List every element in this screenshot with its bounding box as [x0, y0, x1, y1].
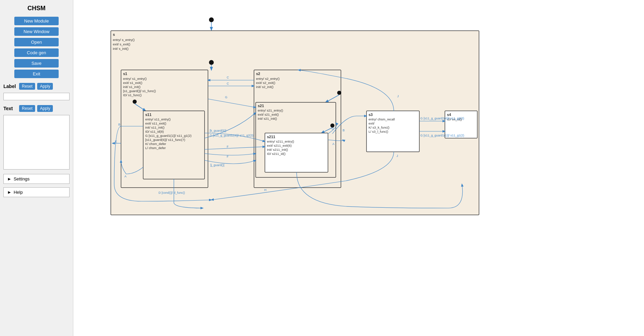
state-s2-init: init/ s2_init()	[256, 85, 273, 89]
state-s211-label: s211	[267, 135, 275, 139]
state-s21-entry: entry/ s21_entry()	[258, 108, 283, 112]
state-s11-init: init/ s11_init()	[145, 126, 165, 129]
state-s-init: init/ s_init()	[113, 47, 129, 50]
state-s211-id: ID/ s211_id()	[267, 152, 285, 156]
state-s211-init: init/ s211_init()	[267, 148, 288, 151]
state-s1-guard: [s1_guard()]/ s1_func()	[123, 89, 156, 93]
state-s11-l: L/ chsm_defer	[145, 146, 166, 150]
state-diagram: s entry/ s_entry() exit/ s_exit() init/ …	[107, 10, 482, 229]
state-s1-exit: exit/ s1_exit()	[123, 81, 143, 85]
transition-jguard-label: [j_guard()]	[210, 163, 224, 167]
transition-b-s11-label: B	[118, 123, 120, 126]
transition-e-s1-label: E	[115, 140, 117, 143]
code-gen-button[interactable]: Code gen	[14, 48, 59, 57]
settings-label: Settings	[14, 176, 30, 181]
canvas-area[interactable]: s entry/ s_entry() exit/ s_exit() init/ …	[73, 0, 644, 336]
new-module-button[interactable]: New Module	[14, 17, 59, 25]
state-s1-label: s1	[123, 72, 127, 76]
state-s21-exit: exit/ s21_exit()	[258, 113, 279, 116]
state-s11-entry: entry/ s11_entry()	[145, 117, 170, 121]
s1-initial-dot	[133, 100, 137, 104]
label-apply-button[interactable]: Apply	[37, 83, 53, 90]
label-section: Label Reset Apply	[3, 83, 70, 90]
help-section[interactable]: ► Help	[3, 187, 70, 197]
transition-c-s1-s2-label: C	[227, 82, 229, 85]
state-s11-id: ID/ s11_id(8)	[145, 130, 164, 133]
open-button[interactable]: Open	[14, 38, 59, 46]
state-s-exit: exit/ s_exit()	[113, 42, 130, 46]
label-reset-button[interactable]: Reset	[19, 83, 35, 90]
text-reset-button[interactable]: Reset	[19, 105, 35, 112]
transition-g-s3-s4-lower-label: G [s11_g_guard1(1)]/ s11_g1(2)	[420, 134, 464, 137]
transition-a-s211-label: A	[332, 142, 334, 146]
transition-h-label: H	[264, 188, 267, 192]
help-arrow-icon: ►	[7, 190, 12, 195]
state-s3-entry: entry/ chsm_recall	[369, 117, 395, 121]
transition-g-s1-s21-label: G	[225, 96, 227, 99]
state-s4-label: s4	[447, 113, 451, 117]
app-title: CHSM	[3, 5, 70, 12]
state-s1-init: init/ s1_init()	[123, 85, 140, 89]
state-s11-k: K/ chsm_defer	[145, 142, 166, 146]
text-textarea[interactable]	[3, 115, 70, 170]
state-s211-entry: entry/ s211_entry()	[267, 140, 294, 143]
state-s211-exit: exit/ s211_exit(6)	[267, 144, 291, 147]
text-section-title: Text	[3, 106, 17, 111]
text-section: Text Reset Apply	[3, 105, 70, 112]
state-s11-g1: G [s11_g_guard1(1)]/ s11_g1(2)	[145, 134, 192, 137]
label-section-title: Label	[3, 84, 17, 89]
text-area-wrapper	[3, 114, 70, 171]
state-s11-func: [s11_guard(6)]/ s11_func(7)	[145, 138, 185, 142]
state-s2-label: s2	[256, 72, 260, 76]
state-s-label: s	[113, 32, 115, 36]
state-s1-entry: entry/ s1_entry()	[123, 77, 147, 81]
sidebar: CHSM New Module New Window Open Code gen…	[0, 0, 73, 336]
help-label: Help	[14, 190, 23, 195]
state-s2-entry: entry/ s2_entry()	[256, 77, 280, 81]
state-s3-exit: exit/	[369, 121, 375, 125]
transition-c-s2-s1-label: C	[227, 76, 229, 79]
state-s21-label: s21	[258, 104, 264, 108]
save-button[interactable]: Save	[14, 59, 59, 68]
transition-d-s211-label: D	[332, 127, 334, 130]
new-window-button[interactable]: New Window	[14, 27, 59, 36]
state-s3-label: s3	[369, 113, 373, 117]
settings-arrow-icon: ►	[7, 176, 12, 181]
state-s11-exit: exit/ s11_exit()	[145, 121, 166, 125]
transition-g-guard2-label: G [s11_g_guard2(4)]/ s11_g2(3)	[210, 134, 254, 137]
state-s11-label: s11	[145, 113, 151, 117]
state-s-entry: entry/ s_entry()	[113, 38, 135, 42]
state-s2-exit: exit/ s2_exit()	[256, 81, 275, 85]
transition-f-lower-label: F	[227, 155, 229, 158]
transition-f-upper-label: F	[227, 145, 229, 148]
transition-a-s11-label: A	[124, 175, 126, 178]
text-apply-button[interactable]: Apply	[37, 105, 53, 112]
initial-state-dot	[209, 17, 214, 22]
state-s3-l: L/ s3_l_func()	[369, 130, 388, 133]
transition-j-upper-label: J	[397, 94, 399, 98]
transition-b-s211-label: B	[343, 129, 345, 132]
settings-section[interactable]: ► Settings	[3, 174, 70, 184]
s-initial-dot	[209, 60, 214, 65]
label-input[interactable]	[3, 93, 70, 100]
s2-initial-dot	[337, 91, 341, 95]
state-s21-init: init/ s21_init()	[258, 117, 277, 120]
state-s3-k: K/ s3_k_func()	[369, 126, 389, 129]
transition-j-lower-label: J	[396, 154, 398, 158]
transition-d-label: D [cond()]/ d_func()	[159, 191, 185, 194]
exit-button[interactable]: Exit	[14, 70, 59, 78]
state-s1-id: ID/ s1_func()	[123, 93, 141, 97]
transition-g-s3-s4-upper-label: G [s11_g_guard2(4)]/ s11_g2(3)	[420, 117, 464, 120]
